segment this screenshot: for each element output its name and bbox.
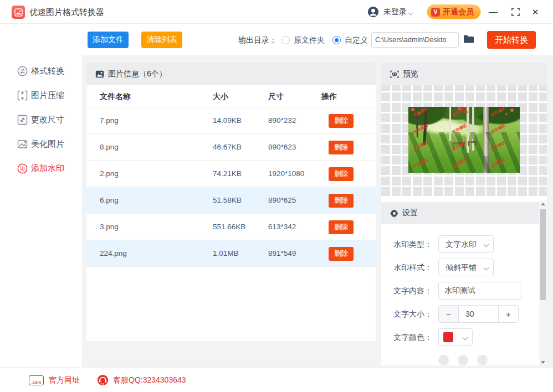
position-options [438,355,488,365]
maximize-button[interactable] [506,0,524,24]
sidebar-item-image-compress[interactable]: 图片压缩 [0,85,82,105]
preview-title: 预览 [403,69,418,79]
delete-button[interactable]: 删除 [329,167,354,181]
beautify-icon [17,139,28,149]
toolbar: 添加文件 清除列表 输出目录： 原文件夹 自定义 开始转换 [82,24,553,55]
radio-original-folder[interactable] [281,36,290,44]
customer-service-icon [97,374,109,386]
table-row[interactable]: 3.png551.66KB613*342删除 [86,214,376,240]
position-option[interactable] [477,355,488,365]
close-button[interactable]: ✕ [526,0,544,24]
transparency-checkerboard: 水印测试水印测试水印测试水印测试水印测试水印测试水印测试水印测试水印测试水印测试… [381,85,547,196]
watermark-icon: 印 [17,163,28,174]
table-row[interactable]: 224.png1.01MB891*549删除 [86,240,376,267]
clear-list-button[interactable]: 清除列表 [141,32,182,48]
add-files-button[interactable]: 添加文件 [88,32,129,48]
watermark-style-select[interactable]: 倾斜平铺 [438,259,494,276]
user-avatar-icon[interactable] [367,6,379,18]
text-size-label: 文字大小： [383,305,432,323]
website-icon[interactable]: .com [29,375,44,385]
text-content-label: 文字内容： [383,282,432,300]
file-name: 8.png [100,134,119,161]
delete-button[interactable]: 删除 [329,194,354,208]
text-color-picker[interactable] [438,328,473,346]
settings-scrollbar[interactable] [539,200,547,365]
vip-badge-icon: V [431,8,440,17]
table-row[interactable]: 7.png14.09KB890*232删除 [86,107,376,134]
decrease-size-button[interactable]: − [439,306,459,322]
file-name: 3.png [100,214,119,240]
sidebar-item-format-convert[interactable]: 格式转换 [0,61,82,81]
radio-custom[interactable] [332,36,341,44]
customer-service-qq[interactable]: 客服QQ:3234303643 [113,368,186,392]
start-convert-button[interactable]: 开始转换 [487,31,536,49]
scroll-down-arrow[interactable] [539,359,547,365]
delete-button[interactable]: 删除 [329,141,354,154]
delete-button[interactable]: 删除 [329,114,354,128]
login-chevron-down-icon[interactable] [408,10,413,15]
file-size: 551.66KB [213,214,245,240]
file-list-header: 图片信息（6个） [86,63,376,85]
file-list-title: 图片信息（6个） [108,69,167,79]
image-info-icon [95,70,104,78]
delete-button[interactable]: 删除 [329,247,354,261]
gear-icon [390,209,398,218]
file-dims: 891*549 [268,240,296,267]
watermark-text-input[interactable] [438,282,521,300]
text-size-value[interactable]: 30 [459,306,498,322]
radio-custom-label[interactable]: 自定义 [345,24,368,55]
file-size: 74.21KB [213,161,242,187]
output-dir-label: 输出目录： [238,24,277,55]
position-option[interactable] [438,355,449,365]
column-header-size: 大小 [213,85,228,107]
file-name: 6.png [100,187,119,214]
color-swatch [443,332,453,342]
text-size-stepper: − 30 + [438,305,519,323]
position-option[interactable] [458,355,468,365]
settings-header: 设置 [381,202,547,224]
file-size: 1.01MB [213,240,239,267]
status-bar: .com 官方网址 客服QQ:3234303643 版本：v1.0.7 [0,367,553,392]
watermark-type-select[interactable]: 文字水印 [438,235,494,253]
browse-folder-icon[interactable] [463,35,474,44]
output-path-input[interactable] [371,32,459,48]
sidebar: 格式转换图片压缩更改尺寸美化图片印添加水印 [0,24,82,367]
increase-size-button[interactable]: + [498,306,518,322]
delete-button[interactable]: 删除 [329,220,354,234]
file-list-panel: 图片信息（6个） 文件名称 大小 尺寸 操作 7.png14.09KB890*2… [86,63,376,341]
chevron-down-icon [484,242,489,247]
table-row[interactable]: 6.png51.58KB890*625删除 [86,187,376,214]
table-row[interactable]: 2.png74.21KB1920*1080删除 [86,161,376,187]
official-website-link[interactable]: 官方网址 [49,368,80,392]
column-header-dims: 尺寸 [268,85,284,107]
app-title: 优速图片格式转换器 [29,0,104,24]
table-body: 7.png14.09KB890*232删除8.png46.67KB890*623… [86,107,376,267]
svg-text:印: 印 [20,166,25,172]
app-logo-icon [12,6,25,19]
file-name: 2.png [100,161,119,187]
table-header-row: 文件名称 大小 尺寸 操作 [86,85,376,107]
watermark-type-label: 水印类型： [383,235,432,253]
file-dims: 890*625 [268,187,296,214]
file-size: 14.09KB [213,107,242,134]
sidebar-item-beautify[interactable]: 美化图片 [0,134,82,154]
preview-settings-panel: 预览 水印测试水印测试水印测试水印测试水印测试水印测试水印测试水印测试水印测试水… [381,63,547,365]
table-row[interactable]: 8.png46.67KB890*623删除 [86,134,376,161]
chevron-down-icon [484,265,489,271]
minimize-button[interactable]: — [484,0,502,24]
file-size: 46.67KB [213,134,242,161]
file-dims: 890*232 [268,107,296,134]
app-window: 优速图片格式转换器 未登录 V 开通会员 — ✕ 格式转换图片压缩更改尺寸美化图… [0,0,553,392]
radio-original-folder-label[interactable]: 原文件夹 [294,24,325,55]
scrollbar-thumb[interactable] [540,209,546,300]
chevron-down-icon [463,335,468,341]
sidebar-item-resize[interactable]: 更改尺寸 [0,110,82,130]
open-vip-button[interactable]: V 开通会员 [427,4,481,19]
sidebar-item-watermark[interactable]: 印添加水印 [0,158,82,178]
file-dims: 1920*1080 [268,161,304,187]
file-size: 51.58KB [213,187,242,214]
column-header-name: 文件名称 [100,85,131,107]
login-status[interactable]: 未登录 [383,0,407,24]
scroll-up-arrow[interactable] [539,200,547,207]
file-name: 224.png [100,240,127,267]
